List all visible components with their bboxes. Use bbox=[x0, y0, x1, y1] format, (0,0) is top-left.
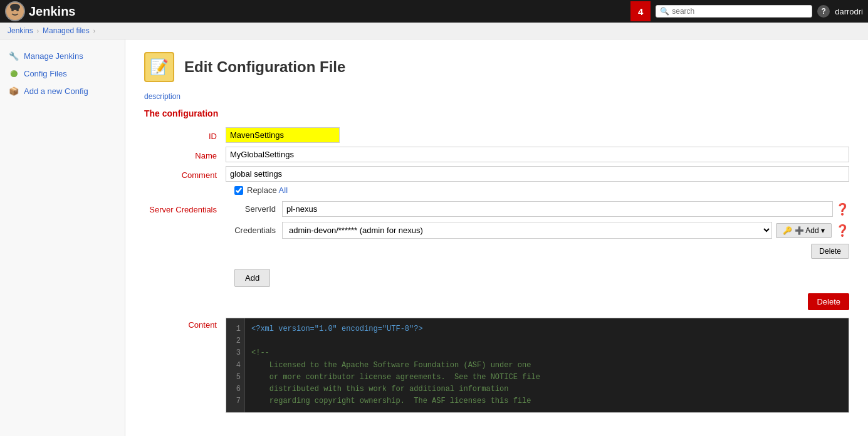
credentials-select[interactable]: admin-devon/****** (admin for nexus) bbox=[282, 222, 772, 239]
credentials-help-icon: ❓ bbox=[835, 224, 849, 237]
server-id-label: ServerId bbox=[226, 204, 282, 214]
content-section: Content 1 2 3 4 5 6 7 <?xml version="1.0… bbox=[144, 318, 849, 413]
breadcrumb-jenkins[interactable]: Jenkins bbox=[8, 26, 33, 35]
search-input[interactable] bbox=[672, 7, 808, 16]
page-title: Edit Configuration File bbox=[184, 58, 345, 76]
page-icon: 📝 bbox=[144, 52, 174, 82]
breadcrumb-sep-1: › bbox=[37, 28, 39, 34]
sidebar-item-add-config[interactable]: Add a new Config bbox=[0, 82, 125, 100]
credentials-controls: admin-devon/****** (admin for nexus) 🔑 ➕… bbox=[282, 222, 849, 239]
name-label: Name bbox=[144, 147, 226, 160]
server-credentials-content: ServerId ❓ Credentials admin-devon/*****… bbox=[226, 201, 849, 259]
jenkins-logo[interactable]: Jenkins bbox=[5, 1, 75, 21]
add-icon bbox=[9, 86, 19, 96]
name-field bbox=[226, 147, 849, 162]
delete-config-button[interactable]: Delete bbox=[808, 293, 849, 310]
server-credentials-label: Server Credentials bbox=[144, 201, 226, 214]
name-input[interactable] bbox=[226, 147, 849, 162]
jenkins-avatar bbox=[5, 1, 25, 21]
delete-credentials-button[interactable]: Delete bbox=[811, 244, 849, 259]
code-lines: 1 2 3 4 5 6 7 <?xml version="1.0" encodi… bbox=[226, 318, 849, 412]
server-id-row: ServerId ❓ bbox=[226, 201, 849, 217]
replace-all-label: Replace All bbox=[247, 185, 288, 195]
breadcrumb-managed-files[interactable]: Managed files bbox=[43, 26, 90, 35]
comment-input[interactable] bbox=[226, 166, 849, 182]
wrench-icon bbox=[9, 51, 19, 61]
main-content: 📝 Edit Configuration File description Th… bbox=[125, 39, 868, 436]
comment-field bbox=[226, 166, 849, 182]
line-numbers: 1 2 3 4 5 6 7 bbox=[226, 318, 245, 412]
breadcrumb-sep-2: › bbox=[93, 28, 95, 34]
sidebar-item-manage-jenkins[interactable]: Manage Jenkins bbox=[0, 47, 125, 65]
user-menu[interactable]: darrodri bbox=[835, 7, 863, 16]
svg-point-3 bbox=[10, 4, 20, 10]
add-server-button[interactable]: Add bbox=[234, 269, 270, 287]
server-id-input[interactable] bbox=[282, 201, 833, 217]
server-id-suffix-icon: ❓ bbox=[835, 202, 849, 216]
server-credentials-section: Server Credentials ServerId ❓ Credential… bbox=[144, 201, 849, 259]
code-content[interactable]: <?xml version="1.0" encoding="UTF-8"?> <… bbox=[245, 318, 546, 412]
sidebar: Manage Jenkins Config Files Add a new Co… bbox=[0, 39, 125, 436]
replace-all-checkbox[interactable] bbox=[234, 186, 243, 195]
replace-all-link[interactable]: All bbox=[279, 185, 288, 195]
name-row: Name bbox=[144, 147, 849, 162]
comment-row: Comment bbox=[144, 166, 849, 182]
credentials-delete-row: Delete bbox=[226, 244, 849, 259]
notification-badge[interactable]: 4 bbox=[630, 1, 651, 21]
jenkins-title: Jenkins bbox=[29, 4, 75, 19]
comment-label: Comment bbox=[144, 166, 226, 180]
credentials-row: Credentials admin-devon/****** (admin fo… bbox=[226, 222, 849, 239]
page-icon-emoji: 📝 bbox=[150, 58, 169, 76]
main-layout: Manage Jenkins Config Files Add a new Co… bbox=[0, 39, 868, 436]
search-icon: 🔍 bbox=[660, 7, 669, 16]
section-title: The configuration bbox=[144, 108, 849, 118]
id-row: ID bbox=[144, 127, 849, 143]
code-editor[interactable]: 1 2 3 4 5 6 7 <?xml version="1.0" encodi… bbox=[226, 318, 849, 413]
config-icon bbox=[9, 68, 19, 78]
credentials-label: Credentials bbox=[226, 226, 282, 235]
id-input[interactable] bbox=[226, 127, 340, 143]
replace-all-text: Replace bbox=[247, 185, 279, 195]
breadcrumb: Jenkins › Managed files › bbox=[0, 23, 868, 39]
id-label: ID bbox=[144, 127, 226, 141]
sidebar-label-add-config: Add a new Config bbox=[24, 86, 88, 96]
sidebar-label-config-files: Config Files bbox=[24, 69, 67, 78]
key-icon: 🔑 bbox=[783, 226, 792, 235]
replace-all-row: Replace All bbox=[234, 185, 849, 195]
add-credentials-button[interactable]: 🔑 ➕ Add ▾ bbox=[776, 223, 832, 238]
content-label: Content bbox=[144, 318, 226, 330]
help-button[interactable]: ? bbox=[817, 5, 830, 18]
search-box: 🔍 bbox=[656, 5, 812, 18]
id-field bbox=[226, 127, 849, 143]
description-link[interactable]: description bbox=[144, 92, 849, 101]
delete-red-section: Delete bbox=[144, 293, 849, 310]
add-section: Add bbox=[144, 263, 849, 293]
sidebar-label-manage-jenkins: Manage Jenkins bbox=[24, 51, 83, 61]
add-button-label: ➕ Add ▾ bbox=[795, 226, 825, 235]
sidebar-item-config-files[interactable]: Config Files bbox=[0, 65, 125, 82]
page-header: 📝 Edit Configuration File bbox=[144, 52, 849, 82]
header: Jenkins 4 🔍 ? darrodri bbox=[0, 0, 868, 23]
